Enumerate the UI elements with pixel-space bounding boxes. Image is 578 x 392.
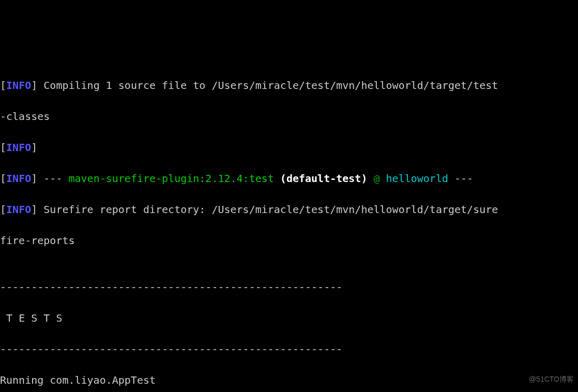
- log-text: fire-reports: [0, 234, 75, 247]
- bracket-open: [: [0, 79, 6, 92]
- terminal-output[interactable]: [INFO] Compiling 1 source file to /Users…: [0, 62, 578, 392]
- plugin-name: maven-surefire-plugin:2.12.4:test: [68, 172, 273, 185]
- bracket-open: [: [0, 172, 6, 185]
- log-text: ] Surefire report directory: /Users/mira…: [31, 203, 498, 216]
- log-text: -classes: [0, 110, 50, 123]
- log-line: [INFO] Compiling 1 source file to /Users…: [0, 78, 578, 93]
- info-tag: INFO: [6, 172, 31, 185]
- goal-name: (default-test): [274, 172, 368, 185]
- log-line: -classes: [0, 109, 578, 124]
- bracket-open: [: [0, 141, 6, 154]
- log-line: [INFO] --- maven-surefire-plugin:2.12.4:…: [0, 171, 578, 186]
- at-sign: @: [367, 172, 386, 185]
- log-line: fire-reports: [0, 233, 578, 248]
- separator: ----------------------------------------…: [0, 279, 578, 295]
- log-text: ---: [448, 172, 473, 185]
- watermark: @51CTO博客: [529, 374, 574, 385]
- log-line: [INFO] Surefire report directory: /Users…: [0, 202, 578, 217]
- log-text: ]: [31, 141, 37, 154]
- project-name: helloworld: [386, 172, 448, 185]
- info-tag: INFO: [6, 79, 31, 92]
- tests-header: T E S T S: [0, 310, 578, 326]
- log-text: ] Compiling 1 source file to /Users/mira…: [31, 79, 498, 92]
- info-tag: INFO: [6, 141, 31, 154]
- info-tag: INFO: [6, 203, 31, 216]
- log-line: [INFO]: [0, 140, 578, 155]
- bracket-open: [: [0, 203, 6, 216]
- test-running: Running com.liyao.AppTest: [0, 372, 578, 388]
- separator: ----------------------------------------…: [0, 341, 578, 357]
- log-text: ] ---: [31, 172, 68, 185]
